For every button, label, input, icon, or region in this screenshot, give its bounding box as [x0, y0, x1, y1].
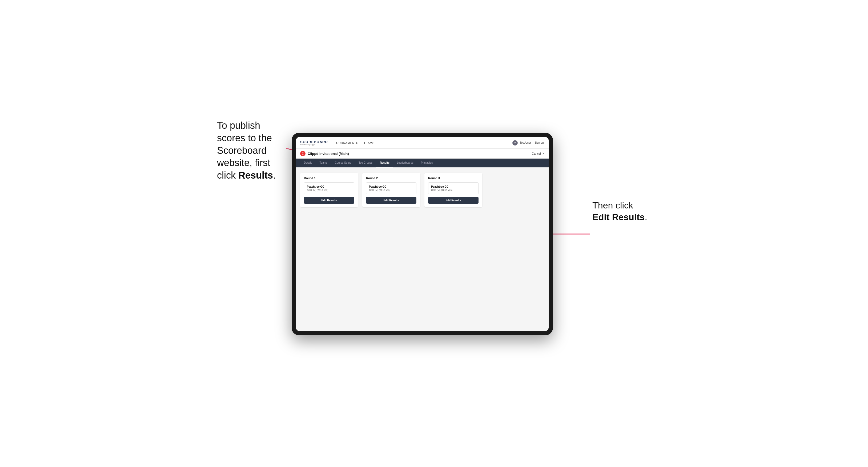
header-right: U Test User | Sign out — [513, 140, 545, 146]
logo-area: SCOREBOARD Powered by clippd — [300, 140, 328, 146]
logo-sub: Powered by clippd — [300, 144, 328, 146]
tab-course-setup[interactable]: Course Setup — [331, 159, 355, 167]
round-2-edit-results-button[interactable]: Edit Results — [366, 197, 416, 204]
round-1-course-details: Gold (M) (7010 yds) — [307, 189, 351, 191]
round-2-course-name: Peachtree GC — [369, 185, 413, 188]
tab-printables[interactable]: Printables — [417, 159, 436, 167]
content-area: Round 1 Peachtree GC Gold (M) (7010 yds)… — [296, 167, 549, 331]
round-2-title: Round 2 — [366, 177, 416, 180]
annotation-left: To publish scores to the Scoreboard webs… — [217, 119, 286, 182]
round-3-course-details: Gold (M) (7010 yds) — [431, 189, 475, 191]
tab-teams[interactable]: Teams — [316, 159, 331, 167]
tournament-title-area: C Clippd Invitational (Main) — [300, 151, 349, 156]
logo-text: SCOREBOARD — [300, 140, 328, 144]
app-header: SCOREBOARD Powered by clippd TOURNAMENTS… — [296, 137, 549, 149]
round-3-title: Round 3 — [428, 177, 478, 180]
round-3-edit-results-button[interactable]: Edit Results — [428, 197, 478, 204]
round-3-course-card: Peachtree GC Gold (M) (7010 yds) — [428, 182, 478, 194]
round-1-course-name: Peachtree GC — [307, 185, 351, 188]
nav-links: TOURNAMENTS TEAMS — [334, 141, 513, 145]
tablet-screen: SCOREBOARD Powered by clippd TOURNAMENTS… — [296, 137, 549, 331]
cancel-x-icon: ✕ — [542, 152, 545, 155]
round-1-title: Round 1 — [304, 177, 354, 180]
empty-column — [487, 173, 545, 207]
tournament-header: C Clippd Invitational (Main) Cancel ✕ — [296, 149, 549, 159]
round-2-course-details: Gold (M) (7010 yds) — [369, 189, 413, 191]
round-2-course-card: Peachtree GC Gold (M) (7010 yds) — [366, 182, 416, 194]
sign-out-link[interactable]: Sign out — [534, 141, 545, 144]
round-1-card: Round 1 Peachtree GC Gold (M) (7010 yds)… — [300, 173, 358, 207]
nav-teams[interactable]: TEAMS — [364, 141, 374, 145]
annotation-right-text: Then click Edit Results. — [592, 200, 647, 222]
round-3-course-name: Peachtree GC — [431, 185, 475, 188]
round-1-edit-results-button[interactable]: Edit Results — [304, 197, 354, 204]
tab-navigation: Details Teams Course Setup Tee Groups Re… — [296, 159, 549, 167]
user-name: Test User | — [520, 141, 533, 144]
tab-details[interactable]: Details — [300, 159, 316, 167]
tablet-device: SCOREBOARD Powered by clippd TOURNAMENTS… — [292, 133, 553, 335]
page-wrapper: To publish scores to the Scoreboard webs… — [217, 117, 651, 350]
user-avatar: U — [513, 140, 518, 146]
rounds-grid: Round 1 Peachtree GC Gold (M) (7010 yds)… — [300, 173, 545, 207]
nav-tournaments[interactable]: TOURNAMENTS — [334, 141, 358, 145]
tab-leaderboards[interactable]: Leaderboards — [393, 159, 417, 167]
tab-tee-groups[interactable]: Tee Groups — [355, 159, 376, 167]
round-2-card: Round 2 Peachtree GC Gold (M) (7010 yds)… — [362, 173, 420, 207]
tab-results[interactable]: Results — [376, 159, 393, 167]
c-logo: C — [300, 151, 306, 156]
round-3-card: Round 3 Peachtree GC Gold (M) (7010 yds)… — [425, 173, 482, 207]
round-1-course-card: Peachtree GC Gold (M) (7010 yds) — [304, 182, 354, 194]
cancel-button[interactable]: Cancel ✕ — [532, 152, 545, 155]
tournament-name: Clippd Invitational (Main) — [308, 152, 349, 156]
annotation-right: Then click Edit Results. — [592, 199, 651, 223]
annotation-left-text: To publish scores to the Scoreboard webs… — [217, 120, 276, 181]
